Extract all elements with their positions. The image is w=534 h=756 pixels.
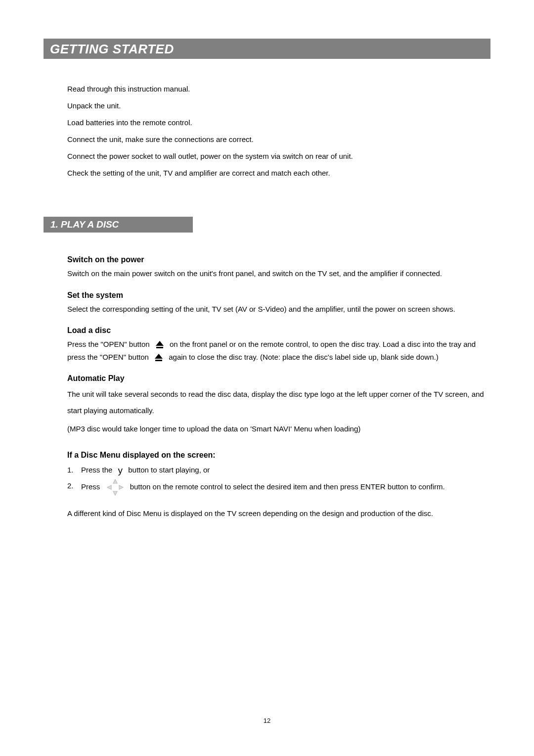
svg-marker-4	[113, 479, 117, 483]
eject-icon	[155, 340, 165, 350]
svg-marker-0	[156, 341, 164, 346]
item1-pre: Press the	[81, 466, 112, 474]
svg-marker-5	[113, 491, 117, 495]
switch-on-body: Switch on the main power switch on the u…	[67, 267, 490, 280]
auto-play-body1: The unit will take several seconds to re…	[67, 386, 490, 419]
item2-post: button on the remote control to select t…	[130, 482, 445, 491]
intro-item: Unpack the unit.	[67, 100, 490, 112]
item1-post: button to start playing, or	[128, 466, 210, 474]
set-system-body: Select the corresponding setting of the …	[67, 303, 490, 316]
disc-menu-note: A different kind of Disc Menu is display…	[67, 507, 490, 520]
play-icon: y	[118, 461, 123, 480]
svg-rect-1	[156, 347, 163, 348]
svg-marker-7	[119, 485, 123, 489]
item2-pre: Press	[81, 482, 100, 491]
list-item: 2. Press	[67, 478, 490, 496]
switch-on-block: Switch on the power Switch on the main p…	[67, 255, 490, 280]
section-header: 1. PLAY A DISC	[44, 217, 193, 233]
item-number: 1.	[67, 463, 81, 477]
load-disc-pre1: Press the "OPEN" button	[67, 340, 150, 348]
direction-arrows-icon	[106, 478, 124, 496]
eject-icon	[154, 353, 164, 363]
load-disc-block: Load a disc Press the "OPEN" button on t…	[67, 326, 490, 363]
auto-play-body2: (MP3 disc would take longer time to uplo…	[67, 421, 490, 437]
svg-rect-3	[155, 360, 162, 361]
switch-on-heading: Switch on the power	[67, 255, 490, 264]
intro-item: Load batteries into the remote control.	[67, 117, 490, 129]
page-header-bar: GETTING STARTED	[44, 39, 490, 59]
page-number: 12	[0, 717, 534, 724]
intro-item: Check the setting of the unit, TV and am…	[67, 167, 490, 179]
section-content: Switch on the power Switch on the main p…	[44, 255, 490, 520]
intro-item: Connect the unit, make sure the connecti…	[67, 134, 490, 145]
list-item: 1. Press the y button to start playing, …	[67, 463, 490, 478]
intro-item: Connect the power socket to wall outlet,…	[67, 150, 490, 162]
section-title: 1. PLAY A DISC	[50, 219, 119, 230]
load-disc-heading: Load a disc	[67, 326, 490, 335]
auto-play-heading: Automatic Play	[67, 374, 490, 383]
page-title: GETTING STARTED	[50, 42, 174, 56]
svg-marker-2	[155, 354, 163, 359]
load-disc-body: Press the "OPEN" button on the front pan…	[67, 338, 490, 363]
svg-marker-6	[107, 485, 111, 489]
load-disc-post2: again to close the disc tray. (Note: pla…	[169, 353, 438, 361]
set-system-block: Set the system Select the corresponding …	[67, 291, 490, 316]
item-number: 2.	[67, 478, 81, 493]
intro-list: Read through this instruction manual. Un…	[44, 83, 490, 179]
disc-menu-heading: If a Disc Menu displayed on the screen:	[67, 451, 490, 460]
intro-item: Read through this instruction manual.	[67, 83, 490, 95]
auto-play-block: Automatic Play The unit will take severa…	[67, 374, 490, 437]
set-system-heading: Set the system	[67, 291, 490, 300]
disc-menu-block: If a Disc Menu displayed on the screen: …	[67, 451, 490, 496]
